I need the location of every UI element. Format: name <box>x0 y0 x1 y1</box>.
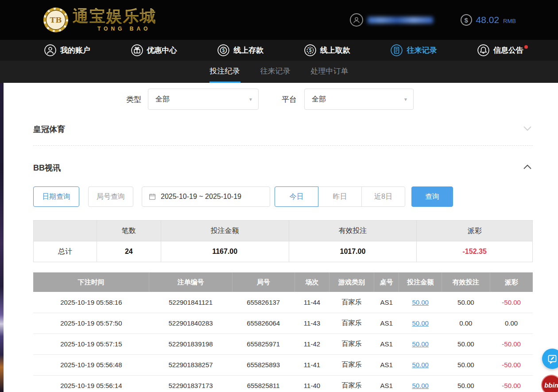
table-cell: 522901838257 <box>149 354 232 375</box>
column-header: 注单编号 <box>149 272 232 292</box>
chevron-down-icon: ▼ <box>248 97 253 102</box>
table-cell: 655826064 <box>232 313 294 334</box>
collapse-chevron-up-icon[interactable] <box>522 162 533 174</box>
bet-records-table: 下注时间注单编号局号场次游戏类别桌号投注金额有效投注派彩 2025-10-19 … <box>33 272 533 392</box>
search-button[interactable]: 查询 <box>411 186 453 207</box>
table-cell: 522901839198 <box>149 334 232 354</box>
nav-item-announcements[interactable]: 信息公告 <box>477 44 523 56</box>
today-button[interactable]: 今日 <box>275 186 318 207</box>
table-cell: -50.00 <box>490 354 533 375</box>
table-cell: 0.00 <box>490 313 533 334</box>
table-cell: 百家乐 <box>329 354 374 375</box>
calendar-icon <box>148 193 156 201</box>
date-range-picker[interactable]: 2025-10-19 ~ 2025-10-19 <box>142 186 270 207</box>
tab-processing-orders[interactable]: 处理中订单 <box>310 61 349 83</box>
avatar-icon <box>350 13 363 27</box>
site-logo[interactable]: TB 通宝娱乐城 TONG BAO <box>43 8 157 32</box>
bet-amount-link[interactable]: 50.00 <box>399 375 442 392</box>
screen: TB 通宝娱乐城 TONG BAO $ 48.02 RMB <box>0 0 558 392</box>
balance-currency: RMB <box>503 18 516 24</box>
bbin-logo-button[interactable]: bbin <box>541 375 558 392</box>
deposit-coin-icon: $ <box>217 44 229 56</box>
table-cell: 50.00 <box>442 375 490 392</box>
content-area: 类型 全部 ▼ 平台 全部 ▼ 皇冠体育 BB视讯 <box>4 83 558 392</box>
table-cell: 50.00 <box>442 354 490 375</box>
type-filter-dropdown[interactable]: 全部 ▼ <box>148 89 259 110</box>
bet-amount-link[interactable]: 50.00 <box>399 292 442 313</box>
gift-icon <box>131 44 143 56</box>
user-account[interactable] <box>350 13 433 27</box>
nav-label: 信息公告 <box>493 45 523 55</box>
bb-video-title: BB视讯 <box>33 163 61 173</box>
table-cell: AS1 <box>374 313 399 334</box>
date-query-button[interactable]: 日期查询 <box>33 186 79 207</box>
background-strip <box>0 83 4 392</box>
svg-text:$: $ <box>222 48 225 53</box>
logo-text: 通宝娱乐城 TONG BAO <box>73 8 157 32</box>
round-query-button[interactable]: 局号查询 <box>88 186 133 207</box>
tab-betting-records[interactable]: 投注纪录 <box>209 61 240 83</box>
bet-table-header-row: 下注时间注单编号局号场次游戏类别桌号投注金额有效投注派彩 <box>33 272 533 292</box>
table-cell: -50.00 <box>490 334 533 354</box>
top-header: TB 通宝娱乐城 TONG BAO $ 48.02 RMB <box>0 0 558 40</box>
column-header: 游戏类别 <box>329 272 374 292</box>
nav-item-deposit[interactable]: $ 线上存款 <box>217 44 264 56</box>
nav-item-my-account[interactable]: 我的账户 <box>44 44 90 56</box>
platform-filter-dropdown[interactable]: 全部 ▼ <box>304 89 414 110</box>
summary-header-count: 笔数 <box>97 221 161 241</box>
summary-valid-bet: 1017.00 <box>289 241 417 262</box>
summary-total-row: 总计 24 1167.00 1017.00 -152.35 <box>34 241 533 262</box>
table-cell: 50.00 <box>442 334 490 354</box>
table-cell: 522901837173 <box>149 375 232 392</box>
sub-nav: 投注纪录 往来记录 处理中订单 <box>0 61 558 83</box>
expand-chevron-down-icon[interactable] <box>522 123 533 136</box>
table-cell: AS1 <box>374 292 399 313</box>
table-cell: 11-41 <box>294 354 329 375</box>
summary-header-valid-bet: 有效投注 <box>289 221 417 241</box>
table-cell: 0.00 <box>442 313 490 334</box>
platform-filter-value: 全部 <box>312 95 326 104</box>
bet-amount-link[interactable]: 50.00 <box>399 354 442 375</box>
bet-amount-link[interactable]: 50.00 <box>399 313 442 334</box>
column-header: 下注时间 <box>33 272 149 292</box>
main-nav: 我的账户 优惠中心 $ 线上存款 $ 线上取款 往来记录 <box>0 40 558 61</box>
section-bb-video: BB视讯 <box>33 146 533 174</box>
table-cell: 2025-10-19 05:56:14 <box>33 375 149 392</box>
header-right: $ 48.02 RMB <box>350 13 516 27</box>
table-cell: 2025-10-19 05:57:50 <box>33 313 149 334</box>
query-bar: 日期查询 局号查询 2025-10-19 ~ 2025-10-19 今日 昨日 … <box>33 186 533 207</box>
type-filter-value: 全部 <box>155 95 170 104</box>
tab-transaction-records[interactable]: 往来记录 <box>260 61 291 83</box>
table-cell: 522901840283 <box>149 313 232 334</box>
type-filter-label: 类型 <box>126 94 141 105</box>
table-cell: 655825971 <box>232 334 294 354</box>
nav-item-promotions[interactable]: 优惠中心 <box>131 44 177 56</box>
svg-text:$: $ <box>309 48 311 53</box>
summary-header-payout: 派彩 <box>417 221 533 241</box>
summary-total-label: 总计 <box>34 241 97 262</box>
table-cell: AS1 <box>374 334 399 354</box>
table-row: 2025-10-19 05:57:15522901839198655825971… <box>33 334 533 354</box>
bet-table-body: 2025-10-19 05:58:16522901841121655826137… <box>33 292 533 392</box>
balance-amount: 48.02 <box>476 15 500 25</box>
nav-item-records[interactable]: 往来记录 <box>391 44 437 56</box>
table-row: 2025-10-19 05:57:50522901840283655826064… <box>33 313 533 334</box>
column-header: 桌号 <box>374 272 399 292</box>
bet-amount-link[interactable]: 50.00 <box>399 334 442 354</box>
balance[interactable]: $ 48.02 RMB <box>461 14 516 26</box>
summary-payout: -152.35 <box>417 241 533 262</box>
table-cell: 百家乐 <box>329 334 374 354</box>
user-icon <box>44 44 56 56</box>
table-cell: 2025-10-19 05:58:16 <box>33 292 149 313</box>
yesterday-button[interactable]: 昨日 <box>318 186 362 207</box>
table-cell: 百家乐 <box>329 292 374 313</box>
records-icon <box>391 44 403 56</box>
summary-count: 24 <box>97 241 161 262</box>
table-cell: 11-44 <box>294 292 329 313</box>
table-cell: 522901841121 <box>149 292 232 313</box>
casino-chip-icon: TB <box>43 8 68 32</box>
table-cell: AS1 <box>374 375 399 392</box>
last8days-button[interactable]: 近8日 <box>361 186 405 207</box>
table-cell: AS1 <box>374 354 399 375</box>
nav-item-withdraw[interactable]: $ 线上取款 <box>304 44 350 56</box>
